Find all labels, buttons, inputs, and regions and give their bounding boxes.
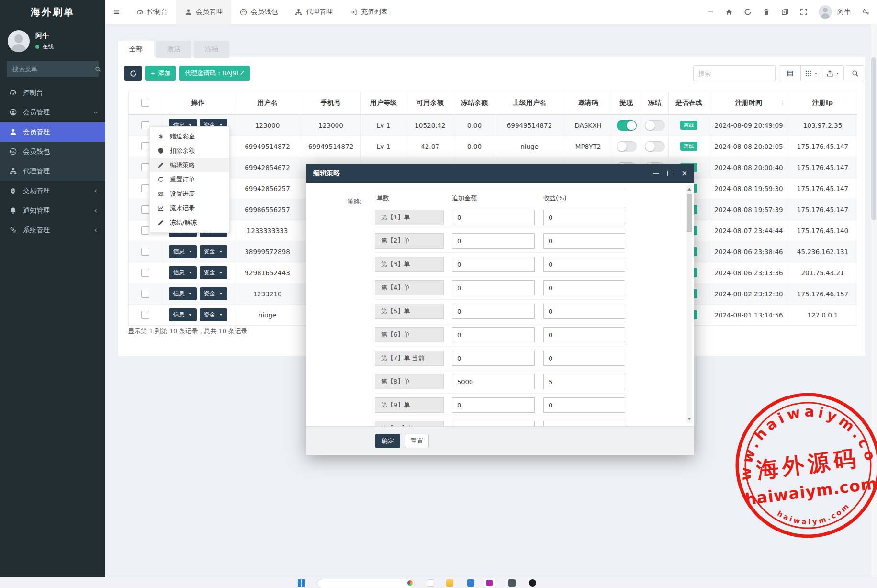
row-checkbox[interactable] — [141, 163, 149, 171]
extra-amount-input[interactable] — [452, 210, 535, 225]
nav-item[interactable]: 会员钱包 — [231, 0, 286, 24]
sidebar-item[interactable]: 会员管理 — [0, 102, 105, 122]
dropdown-item[interactable]: 冻结/解冻 — [150, 215, 229, 230]
export-button[interactable] — [822, 65, 844, 81]
dropdown-item[interactable]: 赠送彩金 — [150, 129, 229, 144]
search-button[interactable] — [846, 65, 864, 81]
taskbar-search[interactable] — [317, 579, 415, 588]
extra-amount-input[interactable] — [452, 327, 535, 342]
sidebar-item[interactable]: 系统管理 — [0, 220, 105, 240]
row-checkbox[interactable] — [141, 205, 149, 214]
add-button[interactable]: 添加 — [145, 66, 176, 81]
funds-button[interactable]: 资金 — [200, 308, 227, 321]
settings-gears-icon[interactable] — [862, 8, 869, 16]
row-checkbox[interactable] — [141, 311, 149, 319]
profit-percent-input[interactable] — [543, 210, 625, 225]
profit-percent-input[interactable] — [543, 327, 625, 342]
info-button[interactable]: 信息 — [169, 266, 197, 279]
dropdown-item[interactable]: 设置进度 — [150, 187, 229, 201]
dropdown-item[interactable]: 编辑策略 — [150, 158, 229, 172]
toggle-view-button[interactable] — [779, 65, 801, 81]
taskbar-app-icon[interactable] — [467, 579, 474, 587]
filter-tab[interactable]: 全部 — [118, 41, 154, 58]
modal-scrollbar[interactable] — [686, 185, 692, 423]
translate-icon[interactable] — [781, 8, 789, 16]
sidebar-search-input[interactable] — [11, 65, 95, 73]
scrollbar-thumb[interactable] — [687, 194, 692, 232]
refresh-button[interactable] — [124, 66, 142, 81]
home-icon[interactable] — [725, 8, 733, 16]
nav-item[interactable]: 会员管理 — [176, 0, 231, 24]
profit-percent-input[interactable] — [543, 280, 625, 295]
row-checkbox[interactable] — [141, 226, 149, 235]
sidebar-item[interactable]: 交易管理 — [0, 181, 105, 201]
select-all-checkbox[interactable] — [141, 99, 149, 107]
sidebar-item[interactable]: 通知管理 — [0, 201, 105, 220]
profit-percent-input[interactable] — [543, 351, 625, 366]
scroll-down-icon[interactable] — [687, 418, 691, 420]
row-checkbox[interactable] — [141, 184, 149, 192]
freeze-toggle[interactable] — [645, 120, 665, 131]
scroll-up-icon[interactable] — [687, 188, 691, 191]
extra-amount-input[interactable] — [452, 233, 535, 249]
columns-button[interactable] — [800, 65, 822, 81]
sidebar-toggle-button[interactable] — [105, 0, 128, 24]
refresh-icon[interactable] — [744, 8, 752, 16]
taskbar-app-icon[interactable] — [529, 579, 536, 587]
nav-item[interactable]: 代理管理 — [286, 0, 341, 24]
sidebar-item[interactable]: 会员钱包 — [0, 142, 105, 161]
taskbar-app-icon[interactable] — [508, 579, 516, 587]
extra-amount-input[interactable] — [452, 304, 535, 319]
withdraw-toggle[interactable] — [617, 141, 637, 152]
close-icon[interactable]: × — [681, 170, 687, 177]
sidebar-item[interactable]: 控制台 — [0, 83, 105, 102]
file-explorer-icon[interactable] — [446, 579, 453, 587]
dropdown-item[interactable]: 流水记录 — [150, 201, 229, 215]
table-search-input[interactable] — [693, 65, 776, 81]
navbar-avatar[interactable] — [819, 5, 832, 19]
navbar-user-name[interactable]: 阿牛 — [837, 8, 851, 16]
withdraw-toggle[interactable] — [617, 120, 637, 131]
info-button[interactable]: 信息 — [169, 287, 197, 300]
sort-icon[interactable] — [780, 100, 785, 106]
freeze-toggle[interactable] — [645, 141, 665, 152]
info-button[interactable]: 信息 — [169, 308, 197, 321]
extra-amount-input[interactable] — [452, 374, 535, 389]
profit-percent-input[interactable] — [543, 374, 625, 389]
profit-percent-input[interactable] — [543, 421, 625, 426]
windows-start-icon[interactable] — [298, 579, 305, 587]
profit-percent-input[interactable] — [543, 397, 625, 413]
maximize-icon[interactable] — [667, 171, 673, 176]
extra-amount-input[interactable] — [452, 421, 535, 426]
sidebar-item[interactable]: 会员管理 — [0, 122, 105, 142]
row-checkbox[interactable] — [141, 121, 149, 129]
minimize-icon[interactable] — [653, 173, 659, 174]
agent-invite-code-button[interactable]: 代理邀请码：BAJ9LZ — [179, 66, 250, 81]
row-checkbox[interactable] — [141, 269, 149, 277]
dropdown-item[interactable]: 重置订单 — [150, 172, 229, 187]
profit-percent-input[interactable] — [543, 257, 625, 272]
scrollbar-thumb[interactable] — [871, 57, 876, 220]
info-button[interactable]: 信息 — [169, 245, 197, 258]
filter-tab[interactable]: 冻结 — [194, 41, 229, 58]
extra-amount-input[interactable] — [452, 280, 535, 295]
active-app-icon[interactable] — [484, 578, 495, 588]
funds-button[interactable]: 资金 — [200, 266, 227, 279]
confirm-button[interactable]: 确定 — [375, 434, 400, 448]
reset-button[interactable]: 重置 — [405, 434, 429, 448]
row-checkbox[interactable] — [141, 290, 149, 298]
nav-item[interactable]: 充值列表 — [341, 0, 396, 24]
nav-item[interactable]: 控制台 — [128, 0, 176, 24]
funds-button[interactable]: 资金 — [200, 287, 227, 300]
taskbar-app-icon[interactable] — [427, 579, 434, 587]
extra-amount-input[interactable] — [452, 351, 535, 366]
filter-tab[interactable]: 激活 — [156, 41, 191, 58]
dropdown-item[interactable]: 扣除余额 — [150, 144, 229, 158]
profit-percent-input[interactable] — [543, 304, 625, 319]
fullscreen-icon[interactable] — [800, 8, 808, 16]
sidebar-item[interactable]: 代理管理 — [0, 161, 105, 181]
extra-amount-input[interactable] — [452, 257, 535, 272]
profit-percent-input[interactable] — [543, 233, 625, 249]
minimize-icon[interactable] — [707, 8, 714, 16]
funds-button[interactable]: 资金 — [200, 245, 227, 258]
